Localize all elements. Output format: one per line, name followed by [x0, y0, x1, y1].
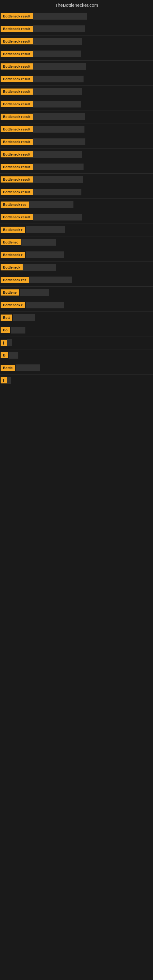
bottleneck-item[interactable]: Bottleneck result: [1, 75, 152, 83]
bottleneck-badge: Bottleneck r: [1, 252, 25, 258]
bottleneck-bar: [33, 176, 83, 183]
bottleneck-row: Bottlene: [0, 286, 153, 299]
bottleneck-badge: Bottleneck result: [1, 164, 33, 170]
site-title: TheBottlenecker.com: [55, 2, 98, 8]
bottleneck-item[interactable]: Bo: [1, 326, 152, 334]
bottleneck-item[interactable]: B: [1, 351, 152, 359]
bottleneck-item[interactable]: Bottleneck result: [1, 213, 152, 221]
bottleneck-bar: [33, 76, 83, 83]
bottleneck-item[interactable]: Bottleneck res: [1, 200, 152, 208]
bottleneck-row: Bottleneck result: [0, 161, 153, 173]
bottleneck-badge: B: [1, 352, 8, 358]
bottleneck-bar: [33, 164, 83, 170]
bottleneck-bar: [33, 13, 87, 20]
bottleneck-row: Bottleneck res: [0, 274, 153, 286]
bottleneck-row: Bottleneck r: [0, 224, 153, 236]
bottleneck-item[interactable]: Bottle: [1, 364, 152, 372]
bottleneck-bar: [26, 226, 65, 233]
bottleneck-bar: [33, 113, 85, 120]
bottleneck-item[interactable]: Bottleneck result: [1, 12, 152, 20]
bottleneck-row: Bottleneck result: [0, 136, 153, 148]
bottleneck-row: Bottleneck result: [0, 73, 153, 86]
bottleneck-badge: Bottleneck result: [1, 126, 33, 132]
bottleneck-row: Bottleneck result: [0, 86, 153, 98]
bottleneck-badge: Bottleneck result: [1, 13, 33, 19]
bottleneck-row: B: [0, 350, 153, 362]
bottleneck-item[interactable]: Bottleneck result: [1, 50, 152, 58]
bottleneck-badge: Bottleneck result: [1, 189, 33, 195]
bottleneck-row: Bottleneck result: [0, 60, 153, 73]
bottleneck-item[interactable]: Bottleneck r: [1, 301, 152, 309]
bottleneck-bar: [33, 38, 82, 45]
header: TheBottlenecker.com: [0, 0, 153, 9]
bottleneck-item[interactable]: |: [1, 376, 152, 384]
bottleneck-row: Bottleneck result: [0, 148, 153, 161]
bottleneck-bar: [33, 25, 85, 32]
bottleneck-row: Bottleneck result: [0, 123, 153, 136]
bottleneck-bar: [13, 314, 35, 321]
bottleneck-item[interactable]: Bottleneck r: [1, 251, 152, 259]
bottleneck-row: |: [0, 337, 153, 350]
bottleneck-badge: Bottleneck result: [1, 64, 33, 70]
bottleneck-bar: [33, 151, 82, 158]
bottleneck-bar: [33, 51, 81, 57]
bottleneck-item[interactable]: |: [1, 339, 152, 347]
bottleneck-badge: Bott: [1, 315, 12, 321]
bottleneck-item[interactable]: Bottlene: [1, 288, 152, 296]
bottleneck-item[interactable]: Bottleneck res: [1, 276, 152, 284]
bottleneck-badge: Bottleneck result: [1, 139, 33, 145]
bottleneck-item[interactable]: Bottleneck result: [1, 100, 152, 108]
bottleneck-badge: Bo: [1, 327, 10, 333]
bottleneck-badge: |: [1, 377, 7, 383]
bottleneck-row: Bott: [0, 312, 153, 324]
bottleneck-item[interactable]: Bottleneck result: [1, 138, 152, 146]
bottleneck-row: Bottle: [0, 362, 153, 375]
bottleneck-item[interactable]: Bottleneck: [1, 263, 152, 271]
bottleneck-badge: Bottleneck: [1, 264, 22, 270]
bottleneck-badge: Bottleneck result: [1, 177, 33, 183]
bottleneck-badge: Bottleneck result: [1, 51, 33, 57]
bottleneck-row: Bottleneck result: [0, 173, 153, 186]
bottleneck-badge: Bottlene: [1, 290, 19, 296]
bottleneck-row: Bottleneck: [0, 261, 153, 274]
bottleneck-bar: [33, 63, 86, 70]
bottleneck-badge: Bottleneck result: [1, 214, 33, 220]
bottleneck-item[interactable]: Bottleneck result: [1, 37, 152, 45]
bottleneck-item[interactable]: Bottleneck result: [1, 175, 152, 183]
bottleneck-bar: [26, 251, 64, 258]
bottleneck-item[interactable]: Bottleneck result: [1, 113, 152, 121]
bottleneck-badge: Bottleneck result: [1, 26, 33, 32]
bottleneck-bar: [29, 201, 73, 208]
bottleneck-badge: Bottleneck res: [1, 202, 29, 208]
bottleneck-bar: [9, 352, 18, 359]
bottleneck-badge: Bottle: [1, 365, 15, 371]
bottleneck-item[interactable]: Bottleneck result: [1, 125, 152, 133]
bottleneck-item[interactable]: Bott: [1, 313, 152, 321]
bottleneck-row: Bottleneck r: [0, 299, 153, 312]
bottleneck-item[interactable]: Bottleneck result: [1, 150, 152, 158]
bottleneck-item[interactable]: Bottleneck result: [1, 25, 152, 33]
bottleneck-item[interactable]: Bottlenec: [1, 238, 152, 246]
bottleneck-row: Bo: [0, 324, 153, 337]
bottleneck-item[interactable]: Bottleneck r: [1, 226, 152, 234]
bottleneck-badge: Bottleneck result: [1, 89, 33, 95]
bottleneck-row: Bottleneck result: [0, 211, 153, 224]
bottleneck-row: Bottlenec: [0, 236, 153, 249]
bottleneck-row: Bottleneck result: [0, 23, 153, 35]
bottleneck-bar: [19, 289, 49, 296]
bottleneck-bar: [21, 239, 56, 246]
bottleneck-row: Bottleneck res: [0, 199, 153, 211]
bottleneck-item[interactable]: Bottleneck result: [1, 88, 152, 95]
bottleneck-badge: Bottleneck result: [1, 76, 33, 82]
bottleneck-badge: Bottlenec: [1, 239, 21, 245]
bottleneck-badge: Bottleneck result: [1, 114, 33, 120]
bottleneck-bar: [7, 339, 12, 346]
bottleneck-bar: [11, 327, 26, 334]
bottleneck-row: Bottleneck result: [0, 111, 153, 123]
bottleneck-item[interactable]: Bottleneck result: [1, 188, 152, 196]
bottleneck-item[interactable]: Bottleneck result: [1, 62, 152, 70]
bottleneck-badge: Bottleneck res: [1, 277, 29, 283]
bottleneck-bar: [33, 138, 85, 145]
bottleneck-item[interactable]: Bottleneck result: [1, 163, 152, 171]
bottleneck-bar: [33, 88, 82, 95]
